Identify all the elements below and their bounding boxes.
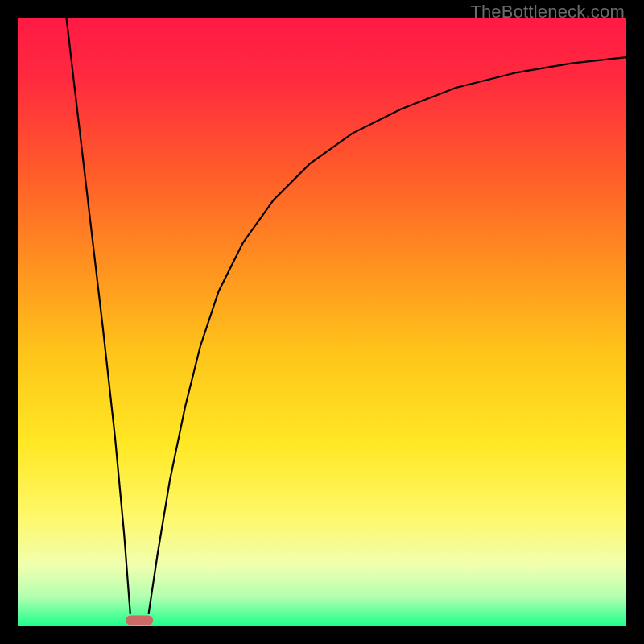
bottleneck-chart xyxy=(18,18,626,626)
bottleneck-marker xyxy=(126,615,153,625)
chart-frame xyxy=(18,18,626,626)
gradient-background xyxy=(18,18,626,626)
